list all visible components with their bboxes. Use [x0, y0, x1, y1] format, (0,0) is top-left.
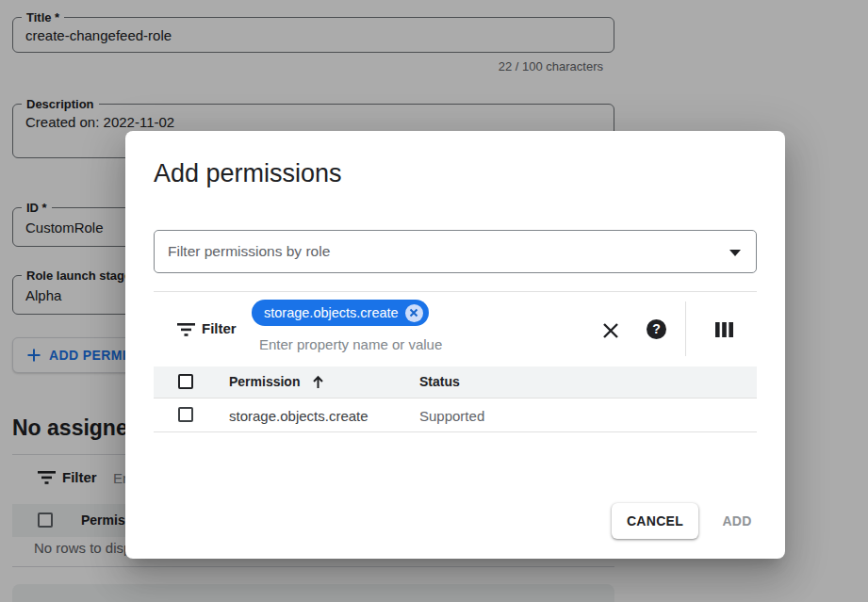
chip-close-icon[interactable] — [405, 304, 423, 322]
help-icon[interactable]: ? — [647, 319, 666, 339]
permission-column-header[interactable]: Permission — [229, 374, 325, 389]
dialog-title: Add permissions — [154, 159, 342, 188]
filter-label: Filter — [202, 320, 237, 336]
filter-chip[interactable]: storage.objects.create — [252, 300, 429, 326]
column-options-icon[interactable] — [715, 322, 733, 337]
filter-input[interactable]: Enter property name or value — [259, 336, 442, 352]
dialog-table-header: Permission Status — [154, 366, 757, 399]
sort-ascending-icon — [311, 375, 325, 389]
role-filter-select[interactable]: Filter permissions by role — [154, 230, 757, 273]
divider — [685, 301, 686, 356]
divider — [154, 291, 757, 292]
table-row[interactable]: storage.objects.create Supported — [154, 399, 757, 432]
row-checkbox[interactable] — [178, 407, 193, 422]
row-permission: storage.objects.create — [229, 408, 368, 424]
cancel-button[interactable]: CANCEL — [612, 503, 698, 539]
status-column-header: Status — [419, 374, 460, 389]
chevron-down-icon — [729, 250, 741, 256]
role-filter-select-value: Filter permissions by role — [168, 243, 330, 260]
select-all-checkbox[interactable] — [178, 374, 193, 389]
add-permissions-dialog: Add permissions Filter permissions by ro… — [125, 131, 785, 559]
filter-chip-label: storage.objects.create — [264, 305, 399, 320]
row-status: Supported — [419, 408, 484, 424]
add-button[interactable]: ADD — [709, 503, 765, 539]
filter-icon — [177, 323, 195, 336]
clear-filters-icon[interactable] — [601, 321, 620, 340]
